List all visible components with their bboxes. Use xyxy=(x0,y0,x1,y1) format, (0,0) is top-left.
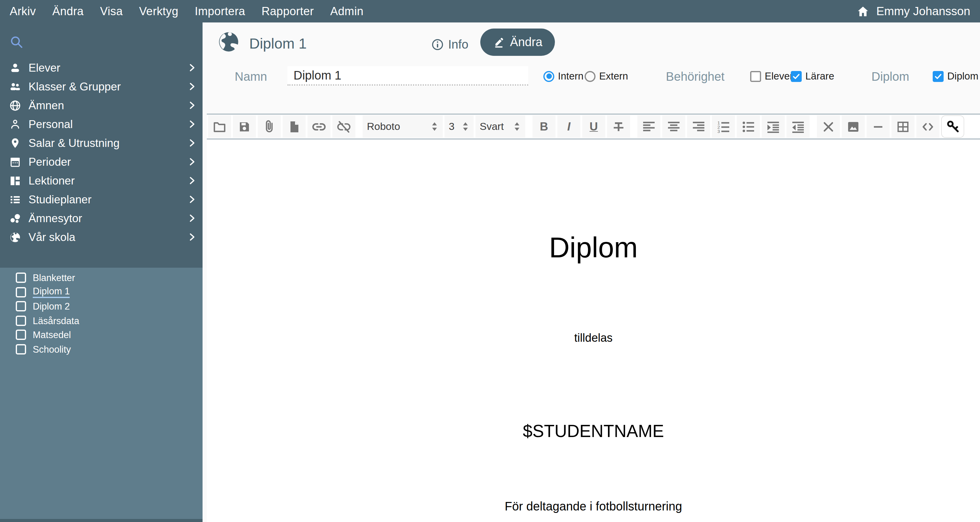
search-icon[interactable] xyxy=(9,35,202,50)
user-name: Emmy Johansson xyxy=(876,4,970,18)
menu-verktyg[interactable]: Verktyg xyxy=(139,5,178,18)
updown-arrows-icon xyxy=(513,121,521,132)
bold-button[interactable]: B xyxy=(533,115,555,138)
radio-extern-control[interactable] xyxy=(585,71,595,81)
insert-table-button[interactable] xyxy=(891,115,915,138)
align-center-button[interactable] xyxy=(662,115,685,138)
chevron-right-icon xyxy=(188,120,196,129)
checkbox-diplom[interactable]: Diplom xyxy=(933,70,978,82)
font-family-select[interactable]: Roboto xyxy=(363,115,443,138)
user-menu[interactable]: Emmy Johansson xyxy=(856,4,970,18)
checkbox-schoolity[interactable] xyxy=(16,344,26,354)
document-editor[interactable]: Diplom tilldelas $STUDENTNAME För deltag… xyxy=(207,140,980,522)
indent-decrease-button[interactable] xyxy=(786,115,810,138)
insert-image-button[interactable] xyxy=(842,115,865,138)
checkbox-elever-control[interactable] xyxy=(750,71,761,81)
subitem-diplom-1[interactable]: Diplom 1 xyxy=(0,285,202,299)
permission-label: Behörighet xyxy=(666,70,725,84)
subitem-label[interactable]: Blanketter xyxy=(33,273,75,283)
sidebar-item-lektioner[interactable]: Lektioner xyxy=(0,171,202,190)
underline-button[interactable]: U xyxy=(582,115,605,138)
font-size-select[interactable]: 3 xyxy=(444,115,474,138)
italic-button[interactable]: I xyxy=(557,115,581,138)
checkbox-diplom-2[interactable] xyxy=(16,302,26,312)
sidebar-search[interactable] xyxy=(0,22,202,50)
horizontal-rule-button[interactable] xyxy=(867,115,889,138)
chevron-right-icon xyxy=(188,63,196,72)
bubbles-icon xyxy=(9,212,21,224)
subitem-label[interactable]: Läsårsdata xyxy=(33,316,79,325)
app-window: Arkiv Ändra Visa Verktyg Importera Rappo… xyxy=(0,0,980,522)
edit-button[interactable]: Ändra xyxy=(480,29,555,56)
edit-button-label: Ändra xyxy=(510,35,542,49)
remove-link-button[interactable] xyxy=(332,115,355,138)
menu-arkiv[interactable]: Arkiv xyxy=(10,5,36,18)
sidebar-item-label: Elever xyxy=(29,61,60,74)
sidebar-item-klasser-grupper[interactable]: Klasser & Grupper xyxy=(0,77,202,96)
checkbox-diplom-control[interactable] xyxy=(933,71,943,81)
sidebar-subpanel: Blanketter Diplom 1 Diplom 2 Läsårsdata … xyxy=(0,268,202,522)
radio-intern[interactable]: Intern xyxy=(543,70,583,82)
strikethrough-button[interactable] xyxy=(607,115,630,138)
pencil-icon xyxy=(493,37,504,48)
radio-intern-label: Intern xyxy=(558,70,583,82)
checkbox-matsedel[interactable] xyxy=(16,330,26,340)
document-line: tilldelas xyxy=(207,332,980,345)
menu-rapporter[interactable]: Rapporter xyxy=(261,5,314,18)
location-pin-icon xyxy=(9,137,21,149)
home-icon[interactable] xyxy=(856,5,870,18)
sidebar-item-personal[interactable]: Personal xyxy=(0,115,202,134)
name-input[interactable] xyxy=(288,66,528,86)
sidebar-item-amnen[interactable]: Ämnen xyxy=(0,96,202,115)
radio-intern-control[interactable] xyxy=(543,71,554,81)
folder-open-button[interactable] xyxy=(208,115,231,138)
sidebar-item-var-skola[interactable]: Vår skola xyxy=(0,228,202,246)
checkbox-blanketter[interactable] xyxy=(16,273,26,283)
chevron-right-icon xyxy=(188,138,196,147)
subitem-matsedel[interactable]: Matsedel xyxy=(0,328,202,342)
subitem-label[interactable]: Matsedel xyxy=(33,330,71,340)
checkbox-diplom-1[interactable] xyxy=(16,287,26,297)
list-icon xyxy=(9,193,21,206)
ordered-list-button[interactable]: 123 xyxy=(712,115,735,138)
sidebar-item-salar-utrustning[interactable]: Salar & Utrustning xyxy=(0,134,202,152)
sidebar-item-perioder[interactable]: Perioder xyxy=(0,152,202,171)
checkbox-lasarsdata[interactable] xyxy=(16,316,26,326)
subitem-label[interactable]: Schoolity xyxy=(33,345,71,354)
clear-formatting-button[interactable] xyxy=(817,115,840,138)
subitem-diplom-2[interactable]: Diplom 2 xyxy=(0,299,202,313)
menu-admin[interactable]: Admin xyxy=(330,5,364,18)
checkbox-larare-control[interactable] xyxy=(791,71,802,81)
font-color-select[interactable]: Svart xyxy=(476,115,525,138)
insert-file-button[interactable] xyxy=(283,115,305,138)
key-button[interactable] xyxy=(941,115,964,138)
menu-andra[interactable]: Ändra xyxy=(52,5,83,18)
insert-link-button[interactable] xyxy=(307,115,331,138)
bullet-list-button[interactable] xyxy=(737,115,760,138)
sidebar-item-elever[interactable]: Elever xyxy=(0,58,202,77)
attach-file-button[interactable] xyxy=(258,115,281,138)
sidebar-item-label: Studieplaner xyxy=(29,193,92,206)
sidebar-item-studieplaner[interactable]: Studieplaner xyxy=(0,190,202,209)
radio-extern[interactable]: Extern xyxy=(585,70,628,82)
indent-increase-button[interactable] xyxy=(762,115,785,138)
code-view-button[interactable] xyxy=(916,115,939,138)
checkbox-larare[interactable]: Lärare xyxy=(791,70,834,82)
globe-lines-icon xyxy=(9,99,21,112)
checkbox-elever[interactable]: Elever xyxy=(750,70,793,82)
subitem-schoolity[interactable]: Schoolity xyxy=(0,342,202,356)
align-left-button[interactable] xyxy=(637,115,660,138)
subitem-lasarsdata[interactable]: Läsårsdata xyxy=(0,313,202,328)
chevron-right-icon xyxy=(188,233,196,241)
sidebar-item-amnesytor[interactable]: Ämnesytor xyxy=(0,209,202,228)
align-right-button[interactable] xyxy=(687,115,710,138)
diplom-section-label: Diplom xyxy=(872,70,909,84)
info-button[interactable]: Info xyxy=(431,38,468,52)
subitem-label[interactable]: Diplom 1 xyxy=(33,286,70,298)
save-button[interactable] xyxy=(233,115,256,138)
subitem-blanketter[interactable]: Blanketter xyxy=(0,271,202,285)
calendar-icon xyxy=(9,156,21,168)
menu-importera[interactable]: Importera xyxy=(195,5,245,18)
subitem-label[interactable]: Diplom 2 xyxy=(33,302,70,311)
menu-visa[interactable]: Visa xyxy=(100,5,123,18)
